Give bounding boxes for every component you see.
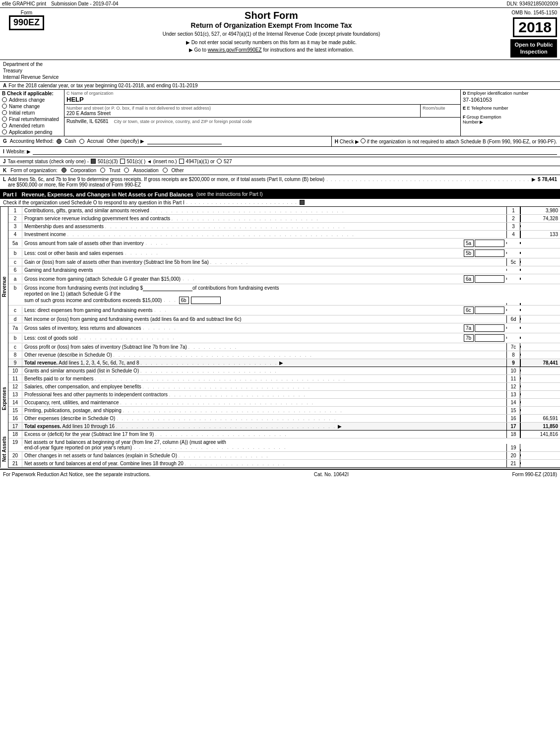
section-bc: B Check if applicable: Address change Na… <box>0 90 560 136</box>
line-11: 11 Benefits paid to or for members . . .… <box>8 375 560 383</box>
line-7a: 7a Gross sales of inventory, less return… <box>8 323 560 333</box>
lines-section: Revenue 1 Contributions, gifts, grants, … <box>0 207 560 367</box>
check-initial-return: Initial return <box>2 110 62 116</box>
section-h: H Check ▶ if the organization is not req… <box>331 136 560 146</box>
net-assets-side-label: Net Assets <box>0 431 8 468</box>
line-14: 14 Occupancy, rent, utilities, and maint… <box>8 399 560 407</box>
line-2: 2 Program service revenue including gove… <box>8 215 560 223</box>
expenses-section: Expenses 10 Grants and similar amounts p… <box>0 367 560 431</box>
line-10: 10 Grants and similar amounts paid (list… <box>8 367 560 375</box>
header-right: OMB No. 1545-1150 2018 Open to PublicIns… <box>493 10 557 58</box>
omb-number: OMB No. 1545-1150 <box>511 10 557 15</box>
line-19: 19 Net assets or fund balances at beginn… <box>8 438 560 452</box>
dln-number: DLN: 93492185002009 <box>507 1 558 6</box>
line-20: 20 Other changes in net assets or fund b… <box>8 452 560 460</box>
line-6: 6 Gaming and fundraising events <box>8 266 560 274</box>
line-1: 1 Contributions, gifts, grants, and simi… <box>8 207 560 215</box>
line-3: 3 Membership dues and assessments . . . … <box>8 223 560 231</box>
submission-date: Submission Date - 2019-07-04 <box>51 1 119 6</box>
section-a-text: For the 2018 calendar year, or tax year … <box>8 83 143 88</box>
form-number-box: 990EZ <box>9 15 44 30</box>
section-i: I Website: ▶ <box>0 147 560 157</box>
section-g: G Accounting Method: Cash Accrual Other … <box>0 136 331 146</box>
line-7b: b Less: cost of goods sold . . . . . . .… <box>8 333 560 343</box>
line-9: 9 Total revenue. Add lines 1, 2, 3, 4, 5… <box>8 359 560 367</box>
footer: For Paperwork Reduction Act Notice, see … <box>0 469 560 479</box>
line-16: 16 Other expenses (describe in Schedule … <box>8 415 560 423</box>
section-d: D Employer identification number 37-1061… <box>461 90 560 136</box>
line-12: 12 Salaries, other compensation, and emp… <box>8 383 560 391</box>
section-j: J Tax-exempt status (check only one) - 5… <box>0 157 560 166</box>
dept-info: Department of the Treasury Internal Reve… <box>3 61 59 80</box>
short-form-title: Short Form <box>55 10 488 21</box>
line-21: 21 Net assets or fund balances at end of… <box>8 460 560 468</box>
line-18: 18 Excess or (deficit) for the year (Sub… <box>8 431 560 438</box>
note1: ▶ Do not enter social security numbers o… <box>55 40 488 45</box>
header-center: Short Form Return of Organization Exempt… <box>50 10 493 53</box>
return-title: Return of Organization Exempt From Incom… <box>55 21 488 29</box>
check-address-change: Address change <box>2 97 62 103</box>
line-6a: a Gross income from gaming (attach Sched… <box>8 274 560 284</box>
line-17: 17 Total expenses. Add lines 10 through … <box>8 423 560 431</box>
section-l: L Add lines 5b, 6c, and 7b to line 9 to … <box>0 175 560 190</box>
subtitle: Under section 501(c), 527, or 4947(a)(1)… <box>55 31 488 37</box>
line-5c: c Gain or (loss) from sale of assets oth… <box>8 258 560 266</box>
note2: ▶ Go to www.irs.gov/Form990EZ for instru… <box>55 47 488 53</box>
footer-right: Form 990-EZ (2018) <box>512 472 557 477</box>
top-bar: efile GRAPHIC print Submission Date - 20… <box>0 0 560 8</box>
line-6b: b Gross income from fundraising events (… <box>8 284 560 306</box>
section-g-h: G Accounting Method: Cash Accrual Other … <box>0 136 560 147</box>
dept-section: Department of the Treasury Internal Reve… <box>0 60 560 82</box>
line-5a: 5a Gross amount from sale of assets othe… <box>8 239 560 248</box>
part1-check-row: Check if the organization used Schedule … <box>0 199 560 207</box>
line-4: 4 Investment income . . . . . . . . . . … <box>8 231 560 239</box>
section-c: C Name of organization HELP Number and s… <box>64 90 461 136</box>
section-a-row: A For the 2018 calendar year, or tax yea… <box>0 82 560 90</box>
line-5b: b Less: cost or other basis and sales ex… <box>8 248 560 258</box>
line-15: 15 Printing, publications, postage, and … <box>8 407 560 415</box>
section-k: K Form of organization: Corporation Trus… <box>0 166 560 175</box>
footer-left: For Paperwork Reduction Act Notice, see … <box>3 472 150 477</box>
revenue-side-label: Revenue <box>0 207 8 367</box>
check-application-pending: Application pending <box>2 129 62 135</box>
header-section: Form 990EZ Short Form Return of Organiza… <box>0 8 560 60</box>
part1-header: Part I Revenue, Expenses, and Changes in… <box>0 190 560 199</box>
line-7c: c Gross profit or (loss) from sales of i… <box>8 343 560 351</box>
footer-middle: Cat. No. 10642I <box>314 472 349 477</box>
section-a-ending: , and ending 01-31-2019 <box>144 83 198 88</box>
check-final-return: Final return/terminated <box>2 117 62 122</box>
line-6c: c Less: direct expenses from gaming and … <box>8 306 560 315</box>
expenses-side-label: Expenses <box>0 367 8 431</box>
check-amended-return: Amended return <box>2 123 62 128</box>
efile-label: efile GRAPHIC print <box>2 1 46 6</box>
line-13: 13 Professional fees and other payments … <box>8 391 560 399</box>
section-b: B Check if applicable: Address change Na… <box>0 90 64 136</box>
year-box: 2018 <box>513 17 557 37</box>
open-public-box: Open to PublicInspection <box>510 39 557 58</box>
net-assets-section: Net Assets 18 Excess or (deficit) for th… <box>0 431 560 468</box>
check-name-change: Name change <box>2 104 62 109</box>
form-label: Form <box>21 10 32 15</box>
line-6d: d Net income or (loss) from gaming and f… <box>8 315 560 323</box>
line-8: 8 Other revenue (describe in Schedule O)… <box>8 351 560 359</box>
